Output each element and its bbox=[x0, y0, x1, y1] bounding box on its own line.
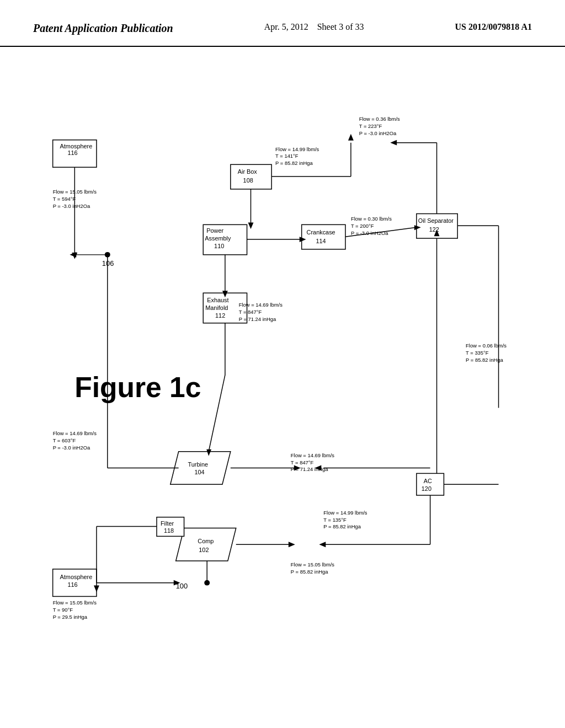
svg-text:Comp: Comp bbox=[198, 538, 214, 544]
svg-text:108: 108 bbox=[243, 177, 253, 184]
flow-label-ac-right: Flow = 14.99 lbm/s bbox=[323, 510, 367, 516]
svg-text:P = -3.0 inH2Oa: P = -3.0 inH2Oa bbox=[53, 445, 90, 451]
svg-text:110: 110 bbox=[214, 243, 224, 249]
ac-120: AC bbox=[424, 478, 432, 484]
svg-text:P = 29.5 inHga: P = 29.5 inHga bbox=[53, 614, 88, 620]
svg-marker-59 bbox=[390, 140, 397, 146]
svg-text:P = -3.0 inH2Oa: P = -3.0 inH2Oa bbox=[351, 230, 388, 236]
svg-line-38 bbox=[209, 375, 225, 452]
svg-text:114: 114 bbox=[316, 238, 326, 244]
svg-text:P = 85.82 inHga: P = 85.82 inHga bbox=[466, 357, 503, 363]
diagram-area: Figure 1c Atmosphere 116 Air Box 108 Pow… bbox=[0, 47, 565, 698]
svg-text:P = -3.0 inH2Oa: P = -3.0 inH2Oa bbox=[53, 203, 90, 209]
svg-text:T = 200°F: T = 200°F bbox=[351, 223, 374, 229]
flow-label-turbine-right: Flow = 14.69 lbm/s bbox=[291, 452, 335, 458]
svg-text:T = 603°F: T = 603°F bbox=[53, 437, 76, 443]
flow-label-top-right: Flow = 0.36 lbm/s bbox=[359, 116, 400, 122]
page-header: Patent Application Publication Apr. 5, 2… bbox=[0, 0, 565, 47]
crankcase-114: Crankcase bbox=[307, 229, 335, 235]
svg-text:P = -3.0 inH2Oa: P = -3.0 inH2Oa bbox=[359, 130, 397, 136]
sheet-info: Sheet 3 of 33 bbox=[317, 22, 364, 31]
svg-point-45 bbox=[204, 580, 210, 586]
flow-label-exhaust: Flow = 14.69 lbm/s bbox=[239, 302, 283, 308]
svg-marker-65 bbox=[319, 542, 326, 547]
flow-label-comp-right: Flow = 15.05 lbm/s bbox=[291, 561, 335, 568]
svg-text:P = 85.82 inHga: P = 85.82 inHga bbox=[291, 569, 328, 575]
svg-text:P = 71.24 inHga: P = 71.24 inHga bbox=[239, 316, 276, 322]
svg-rect-10 bbox=[302, 224, 345, 249]
svg-text:T = 90°F: T = 90°F bbox=[53, 607, 73, 613]
svg-text:T = 847°F: T = 847°F bbox=[291, 459, 314, 465]
svg-text:T = 135°F: T = 135°F bbox=[323, 517, 347, 523]
flow-label-crankcase: Flow = 0.30 lbm/s bbox=[351, 216, 392, 222]
svg-marker-62 bbox=[348, 134, 354, 141]
svg-text:116: 116 bbox=[67, 149, 77, 156]
atmosphere-116-top: Atmosphere bbox=[60, 143, 93, 149]
svg-text:112: 112 bbox=[215, 312, 225, 319]
svg-text:104: 104 bbox=[194, 469, 204, 475]
svg-marker-30 bbox=[248, 222, 254, 229]
svg-text:T = 141°F: T = 141°F bbox=[275, 153, 299, 159]
svg-text:P = 71.24 inHga: P = 71.24 inHga bbox=[291, 466, 328, 472]
svg-text:102: 102 bbox=[199, 547, 209, 553]
svg-text:Turbine: Turbine bbox=[188, 461, 209, 468]
svg-text:116: 116 bbox=[67, 581, 77, 588]
flow-label-left-top: Flow = 15.05 lbm/s bbox=[53, 189, 97, 195]
svg-text:P = 85.82 inHga: P = 85.82 inHga bbox=[323, 524, 361, 530]
node-106: 106 bbox=[102, 259, 114, 267]
publication-date: Apr. 5, 2012 bbox=[264, 22, 308, 31]
page: Patent Application Publication Apr. 5, 2… bbox=[0, 0, 565, 728]
atmosphere-116-bottom: Atmosphere bbox=[60, 574, 93, 580]
svg-text:120: 120 bbox=[422, 485, 431, 492]
publication-title: Patent Application Publication bbox=[33, 22, 173, 35]
svg-text:118: 118 bbox=[164, 527, 174, 534]
flow-label-left-mid: Flow = 14.69 lbm/s bbox=[53, 430, 97, 436]
svg-text:Manifold: Manifold bbox=[205, 304, 228, 311]
svg-text:P = 85.82 inHga: P = 85.82 inHga bbox=[275, 160, 313, 166]
flow-label-airbox: Flow = 14.99 lbm/s bbox=[275, 146, 319, 152]
filter-118: Filter bbox=[161, 520, 174, 527]
svg-text:T = 847°F: T = 847°F bbox=[239, 309, 262, 315]
svg-text:T = 594°F: T = 594°F bbox=[53, 196, 76, 202]
svg-marker-47 bbox=[289, 542, 295, 547]
exhaust-manifold-112: Exhaust bbox=[207, 297, 228, 303]
patent-diagram: Figure 1c Atmosphere 116 Air Box 108 Pow… bbox=[11, 58, 554, 687]
patent-number: US 2012/0079818 A1 bbox=[455, 22, 532, 32]
svg-text:Assembly: Assembly bbox=[205, 235, 231, 242]
figure-label: Figure 1c bbox=[74, 371, 201, 403]
airbox-108: Air Box bbox=[238, 168, 258, 175]
power-assembly-110: Power bbox=[206, 227, 223, 234]
svg-text:T = 335°F: T = 335°F bbox=[466, 350, 489, 356]
header-center: Apr. 5, 2012 Sheet 3 of 33 bbox=[264, 22, 364, 32]
oil-separator-122: Oil Separator bbox=[418, 217, 454, 224]
flow-label-oilsep-right: Flow = 0.06 lbm/s bbox=[466, 342, 507, 349]
flow-label-atm-bottom: Flow = 15.05 lbm/s bbox=[53, 599, 97, 606]
svg-text:T = 223°F: T = 223°F bbox=[359, 123, 382, 129]
